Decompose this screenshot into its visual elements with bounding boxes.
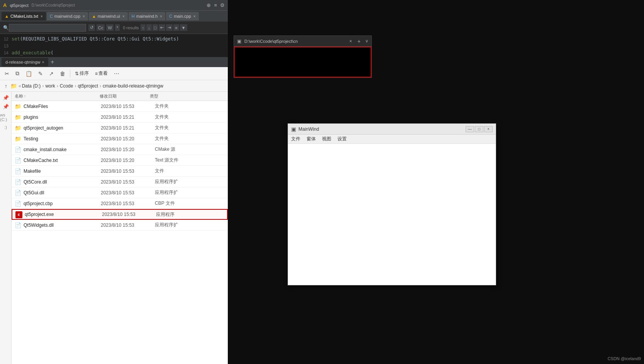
h-tab-icon: H (132, 14, 135, 19)
folder-icon-cmakefiles: 📁 (15, 103, 21, 110)
code-editor[interactable]: 12 set(REQUIRED_LIBS_QUALIFIED Qt5::Core… (0, 34, 228, 57)
file-icon-cmakelists: 📄 (15, 157, 21, 163)
file-row-testing[interactable]: 📁 Testing 2023/8/10 15:20 文件夹 (12, 133, 228, 144)
bottom-tab-close[interactable]: × (42, 60, 44, 64)
paste-btn[interactable]: 📋 (24, 70, 34, 78)
terminal-close-btn[interactable]: × (349, 39, 352, 44)
search-icon: 🔍 (3, 25, 9, 30)
app-maximize-btn[interactable]: □ (475, 126, 483, 132)
delete-btn[interactable]: 🗑 (58, 70, 67, 78)
file-date-plugins: 2023/8/10 15:21 (101, 115, 155, 120)
share-btn[interactable]: ↗ (47, 70, 55, 78)
quick-access-panel: 📌 📌 ws (C:) :) (0, 92, 12, 364)
search-filter-btn2[interactable]: ⇥ (166, 24, 173, 31)
terminal-icon: ▣ (237, 39, 241, 44)
qa-pin-icon[interactable]: 📌 (3, 95, 9, 101)
tab-close-main[interactable]: × (193, 14, 196, 19)
file-type-cmakelists: Text 源文件 (155, 157, 178, 163)
bc-ccode[interactable]: Ccode (60, 83, 73, 89)
nav-up-btn[interactable]: ↑ (3, 82, 9, 90)
app-menu-settings[interactable]: 设置 (337, 136, 347, 142)
bottom-tab-release[interactable]: d-release-qtmingw × (2, 58, 48, 66)
search-case-btn[interactable]: Cc (97, 24, 105, 31)
file-icon-qt5core: 📄 (15, 179, 21, 185)
file-name-autogen: qt5project_autogen (24, 125, 101, 131)
sort-btn[interactable]: ⇅ 排序 (73, 69, 90, 78)
global-icon-1[interactable]: ⊕ (207, 2, 211, 8)
tab-main-cpp[interactable]: C main.cpp × (166, 12, 198, 20)
file-row-makefile[interactable]: 📄 Makefile 2023/8/10 15:53 文件 (12, 166, 228, 177)
file-date-qt5widgets: 2023/8/10 15:53 (101, 222, 155, 228)
app-menu-view[interactable]: 视图 (322, 136, 331, 142)
more-btn[interactable]: ⋯ (112, 70, 121, 78)
search-expand-btn[interactable]: □ (153, 24, 158, 31)
tab-close-cmake[interactable]: × (41, 14, 43, 19)
col-header-name[interactable]: 名称↑ (15, 93, 100, 99)
file-row-qt5widgets[interactable]: 📄 Qt5Widgets.dll 2023/8/10 15:53 应用程序扩 (12, 220, 228, 231)
file-name-qt5gui: Qt5Gui.dll (24, 190, 101, 195)
tab-cmakelists[interactable]: ▲ CMakeLists.txt × (2, 12, 46, 20)
copy-btn[interactable]: ⧉ (14, 69, 21, 78)
global-icon-2[interactable]: ≡ (214, 2, 217, 8)
file-type-makefile: 文件 (155, 168, 164, 174)
file-manager-content: 📌 📌 ws (C:) :) 名称↑ 修改日期 类型 📁 CMakeFiles … (0, 92, 228, 364)
file-row-cmakefiles[interactable]: 📁 CMakeFiles 2023/8/10 15:53 文件夹 (12, 101, 228, 112)
tab-close-cpp[interactable]: × (83, 14, 85, 19)
view-btn[interactable]: ≡ 查看 (93, 69, 109, 78)
tab-mainwind-h[interactable]: H mainwind.h × (129, 12, 165, 20)
tab-mainwind-ui[interactable]: ▲ mainwind.ui × (89, 12, 128, 20)
search-sort-btn[interactable]: ≡ (173, 24, 179, 31)
file-row-autogen[interactable]: 📁 qt5project_autogen 2023/8/10 15:21 文件夹 (12, 123, 228, 133)
app-minimize-btn[interactable]: — (466, 126, 474, 132)
file-row-plugins[interactable]: 📁 plugins 2023/8/10 15:21 文件夹 (12, 112, 228, 123)
file-date-qt5core: 2023/8/10 15:53 (101, 179, 155, 185)
bc-drive[interactable]: Data (D:) (22, 83, 41, 89)
search-group-btn[interactable]: ▼ (180, 24, 187, 31)
file-row-cmakelists-txt[interactable]: 📄 CMakeCache.txt 2023/8/10 15:20 Text 源文… (12, 155, 228, 166)
file-row-qt5gui[interactable]: 📄 Qt5Gui.dll 2023/8/10 15:53 应用程序扩 (12, 187, 228, 198)
app-window: ▣ MainWind — □ × 文件 窗体 视图 设置 (288, 123, 496, 285)
tab-close-h[interactable]: × (160, 14, 162, 19)
qa-drive-d-icon: :) (4, 125, 7, 130)
file-date-autogen: 2023/8/10 15:21 (101, 125, 155, 131)
rename-btn[interactable]: ✎ (37, 70, 44, 78)
file-date-cmake-install: 2023/8/10 15:20 (101, 147, 155, 152)
search-filter-btn1[interactable]: ⇤ (159, 24, 165, 31)
terminal-dropdown-btn[interactable]: ∨ (365, 39, 368, 44)
file-icon-qt5widgets: 📄 (15, 222, 21, 228)
bc-qt5project[interactable]: qt5project (78, 83, 98, 89)
col-header-date[interactable]: 修改日期 (100, 93, 150, 99)
ide-header: A qt5project D:\work\Ccode\qt5project ⊕ … (0, 0, 228, 11)
file-row-exe[interactable]: E qt5project.exe 2023/8/10 15:53 应用程序 (12, 209, 228, 220)
exe-icon: E (15, 211, 22, 218)
qa-pin-icon-2[interactable]: 📌 (3, 104, 9, 110)
file-row-cmake-install[interactable]: 📄 cmake_install.cmake 2023/8/10 15:20 CM… (12, 144, 228, 155)
app-menu-file[interactable]: 文件 (291, 136, 300, 142)
folder-icon-plugins: 📁 (15, 114, 21, 120)
bc-work[interactable]: work (45, 83, 55, 89)
search-regex-btn[interactable]: * (115, 24, 120, 31)
search-word-btn[interactable]: W (106, 24, 113, 31)
file-row-qt5core[interactable]: 📄 Qt5Core.dll 2023/8/10 15:53 应用程序扩 (12, 177, 228, 187)
add-tab-btn[interactable]: + (51, 59, 54, 66)
file-row-cbp[interactable]: 📄 qt5project.cbp 2023/8/10 15:53 CBP 文件 (12, 198, 228, 209)
app-close-btn[interactable]: × (484, 126, 493, 132)
file-type-plugins: 文件夹 (155, 114, 169, 120)
app-titlebar: ▣ MainWind — □ × (288, 124, 496, 135)
terminal-add-btn[interactable]: + (358, 38, 361, 44)
file-date-cbp: 2023/8/10 15:53 (101, 201, 155, 206)
global-settings-icon[interactable]: ⚙ (220, 2, 225, 8)
view-icon: ≡ (95, 71, 98, 76)
bc-cmake-build[interactable]: cmake-build-release-qtmingw (103, 83, 163, 89)
search-refresh-btn[interactable]: ↺ (88, 24, 95, 31)
search-next-btn[interactable]: ↓ (146, 24, 152, 31)
tab-close-ui[interactable]: × (122, 14, 125, 19)
search-prev-btn[interactable]: ↑ (141, 24, 146, 31)
col-header-type[interactable]: 类型 (150, 93, 158, 99)
cut-btn[interactable]: ✂ (3, 70, 11, 78)
tab-mainwind-cpp[interactable]: C mainwind.cpp × (47, 12, 88, 20)
app-menu-window[interactable]: 窗体 (307, 136, 316, 142)
terminal-body[interactable] (234, 47, 371, 78)
search-input[interactable] (9, 24, 86, 32)
file-name-qt5widgets: Qt5Widgets.dll (24, 222, 101, 228)
